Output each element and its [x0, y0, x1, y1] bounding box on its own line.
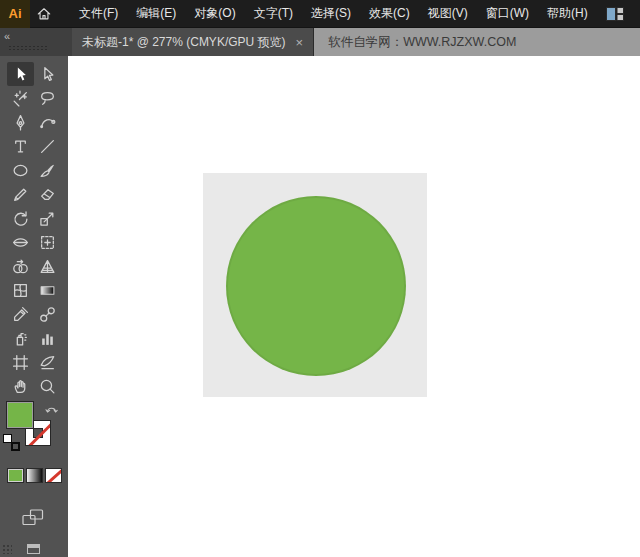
lasso-tool[interactable]: [34, 86, 61, 110]
artboard[interactable]: [203, 173, 427, 397]
none-button[interactable]: [45, 468, 62, 483]
rotate-tool[interactable]: [7, 206, 34, 230]
selection-tool[interactable]: [7, 62, 34, 86]
blend-tool[interactable]: [34, 302, 61, 326]
menu-items: 文件(F)编辑(E)对象(O)文字(T)选择(S)效果(C)视图(V)窗口(W)…: [70, 0, 597, 27]
tools-panel: [0, 56, 68, 557]
swap-fill-stroke-icon[interactable]: [45, 402, 59, 416]
column-graph-tool[interactable]: [34, 326, 61, 350]
document-tab-title: 未标题-1* @ 277% (CMYK/GPU 预览): [82, 34, 286, 51]
zoom-tool[interactable]: [34, 374, 61, 398]
default-fill-square: [3, 434, 12, 443]
tab-bar: « 未标题-1* @ 277% (CMYK/GPU 预览) × 软件自学网：WW…: [0, 28, 640, 56]
collapsed-panel-icon[interactable]: [27, 544, 40, 554]
slice-tool[interactable]: [34, 350, 61, 374]
paintbrush-tool[interactable]: [34, 158, 61, 182]
line-segment-tool[interactable]: [34, 134, 61, 158]
watermark-text: 软件自学网：WWW.RJZXW.COM: [328, 34, 516, 51]
color-mode-buttons: [0, 454, 68, 483]
panel-grip-handle[interactable]: [8, 45, 48, 51]
menu-item-effect[interactable]: 效果(C): [360, 0, 419, 27]
default-stroke-square: [11, 442, 20, 451]
menu-item-edit[interactable]: 编辑(E): [127, 0, 185, 27]
fill-stroke-control: [0, 400, 68, 454]
default-fill-stroke-icon[interactable]: [3, 434, 20, 451]
screen-mode-button[interactable]: [22, 509, 44, 526]
green-circle-shape[interactable]: [226, 196, 406, 376]
illustrator-logo: Ai: [0, 0, 30, 28]
color-button[interactable]: [7, 468, 24, 483]
hand-tool[interactable]: [7, 374, 34, 398]
eraser-tool[interactable]: [34, 182, 61, 206]
scale-tool[interactable]: [34, 206, 61, 230]
panel-dock-header: «: [0, 28, 72, 56]
perspective-grid-tool[interactable]: [34, 254, 61, 278]
direct-selection-tool[interactable]: [34, 62, 61, 86]
shape-builder-tool[interactable]: [7, 254, 34, 278]
artboard-tool[interactable]: [7, 350, 34, 374]
magic-wand-tool[interactable]: [7, 86, 34, 110]
gradient-button[interactable]: [26, 468, 43, 483]
menu-item-object[interactable]: 对象(O): [185, 0, 244, 27]
fill-color-swatch[interactable]: [7, 402, 33, 428]
menu-bar: Ai 文件(F)编辑(E)对象(O)文字(T)选择(S)效果(C)视图(V)窗口…: [0, 0, 640, 28]
pen-tool[interactable]: [7, 110, 34, 134]
type-tool[interactable]: [7, 134, 34, 158]
ellipse-tool[interactable]: [7, 158, 34, 182]
home-icon[interactable]: [30, 0, 58, 28]
gradient-tool[interactable]: [34, 278, 61, 302]
menu-item-window[interactable]: 窗口(W): [477, 0, 538, 27]
menu-item-view[interactable]: 视图(V): [419, 0, 477, 27]
panel-dock-bottom: [0, 542, 68, 555]
mesh-tool[interactable]: [7, 278, 34, 302]
none-slash: [45, 468, 62, 483]
pencil-tool[interactable]: [7, 182, 34, 206]
menu-item-type[interactable]: 文字(T): [245, 0, 302, 27]
menu-item-select[interactable]: 选择(S): [302, 0, 360, 27]
workspace-switcher-icon[interactable]: [606, 7, 624, 21]
menu-item-file[interactable]: 文件(F): [70, 0, 127, 27]
menu-item-help[interactable]: 帮助(H): [538, 0, 597, 27]
canvas[interactable]: [68, 56, 640, 557]
dock-grip-dots[interactable]: [2, 544, 12, 554]
width-tool[interactable]: [7, 230, 34, 254]
tool-grid: [0, 56, 68, 398]
free-transform-tool[interactable]: [34, 230, 61, 254]
eyedropper-tool[interactable]: [7, 302, 34, 326]
tabbar-empty-area: 软件自学网：WWW.RJZXW.COM: [314, 28, 640, 56]
illustrator-window: Ai 文件(F)编辑(E)对象(O)文字(T)选择(S)效果(C)视图(V)窗口…: [0, 0, 640, 557]
symbol-sprayer-tool[interactable]: [7, 326, 34, 350]
tab-close-icon[interactable]: ×: [296, 36, 304, 49]
document-tab[interactable]: 未标题-1* @ 277% (CMYK/GPU 预览) ×: [72, 28, 314, 56]
curvature-tool[interactable]: [34, 110, 61, 134]
collapse-panels-icon[interactable]: «: [4, 29, 10, 43]
